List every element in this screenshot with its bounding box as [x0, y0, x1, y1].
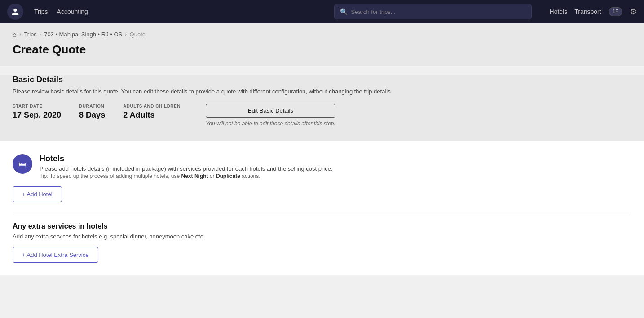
search-input[interactable]: [351, 9, 526, 15]
breadcrumb-trip-detail[interactable]: 703 • Mahipal Singh • RJ • OS: [44, 31, 122, 38]
page-title: Create Quote: [13, 43, 631, 57]
hotels-icon: 🛏: [13, 154, 32, 174]
nav-transport[interactable]: Transport: [574, 8, 601, 15]
app-logo[interactable]: [7, 4, 23, 20]
adults-value: 2 Adults: [123, 110, 181, 120]
search-icon: 🔍: [340, 8, 348, 15]
duration-value: 8 Days: [79, 110, 105, 120]
start-date-block: START DATE 17 Sep, 2020: [13, 104, 61, 120]
notification-badge[interactable]: 15: [609, 7, 622, 16]
bed-icon: 🛏: [18, 159, 26, 169]
breadcrumb-quote: Quote: [130, 31, 146, 38]
add-hotel-button[interactable]: + Add Hotel: [13, 186, 62, 202]
breadcrumb-sep-1: ›: [40, 31, 41, 38]
hotels-title: Hotels: [40, 154, 333, 163]
breadcrumb-sep-0: ›: [19, 31, 21, 38]
settings-icon[interactable]: ⚙: [630, 7, 637, 17]
navbar-links: Trips Accounting: [34, 8, 88, 15]
edit-basic-details-button[interactable]: Edit Basic Details: [206, 104, 335, 118]
svg-point-0: [13, 9, 17, 12]
search-bar: 🔍: [334, 4, 532, 19]
basic-details-row: START DATE 17 Sep, 2020 DURATION 8 Days …: [13, 104, 631, 127]
header-section: ⌂ › Trips › 703 • Mahipal Singh • RJ • O…: [0, 23, 644, 66]
hotels-divider: [13, 213, 631, 213]
edit-area: Edit Basic Details You will not be able …: [206, 104, 335, 127]
start-date-value: 17 Sep, 2020: [13, 110, 61, 120]
breadcrumb-trips[interactable]: Trips: [24, 31, 36, 38]
header-divider: [0, 66, 644, 66]
nav-hotels[interactable]: Hotels: [550, 8, 568, 15]
hotels-tip: Tip: To speed up the process of adding m…: [40, 173, 333, 179]
hotels-tip-suffix: actions.: [240, 173, 260, 179]
basic-details-desc: Please review basic details for this quo…: [13, 88, 417, 95]
hotels-tip-or: or: [208, 173, 216, 179]
adults-block: ADULTS AND CHILDREN 2 Adults: [123, 104, 181, 120]
adults-label: ADULTS AND CHILDREN: [123, 104, 181, 109]
navbar: Trips Accounting 🔍 Hotels Transport 15 ⚙: [0, 0, 644, 23]
breadcrumb-sep-2: ›: [125, 31, 127, 38]
hotels-tip-prefix: Tip: To speed up the process of adding m…: [40, 173, 181, 179]
extra-services-title: Any extra services in hotels: [13, 222, 631, 230]
hotels-card: 🛏 Hotels Please add hotels details (if i…: [0, 141, 644, 275]
navbar-right: Hotels Transport 15 ⚙: [550, 7, 637, 17]
nav-accounting[interactable]: Accounting: [57, 8, 88, 15]
hotels-desc: Please add hotels details (if included i…: [40, 165, 333, 172]
logo-icon: [10, 7, 20, 17]
hotels-tip-duplicate: Duplicate: [216, 173, 240, 179]
edit-note: You will not be able to edit these detai…: [206, 120, 335, 127]
breadcrumb: ⌂ › Trips › 703 • Mahipal Singh • RJ • O…: [13, 31, 631, 38]
nav-trips[interactable]: Trips: [34, 8, 48, 15]
start-date-label: START DATE: [13, 104, 61, 109]
extra-services-desc: Add any extra services for hotels e.g. s…: [13, 233, 631, 240]
hotels-header: 🛏 Hotels Please add hotels details (if i…: [13, 154, 631, 179]
basic-details-title: Basic Details: [13, 75, 631, 84]
hotels-text-block: Hotels Please add hotels details (if inc…: [40, 154, 333, 179]
basic-details-section: Basic Details Please review basic detail…: [0, 75, 644, 141]
extra-services-section: Any extra services in hotels Add any ext…: [13, 222, 631, 275]
add-hotel-extra-service-button[interactable]: + Add Hotel Extra Service: [13, 247, 98, 263]
duration-label: DURATION: [79, 104, 105, 109]
breadcrumb-home[interactable]: ⌂: [13, 31, 17, 38]
duration-block: DURATION 8 Days: [79, 104, 105, 120]
page-wrapper: ⌂ › Trips › 703 • Mahipal Singh • RJ • O…: [0, 23, 644, 318]
hotels-tip-next-night: Next Night: [181, 173, 208, 179]
